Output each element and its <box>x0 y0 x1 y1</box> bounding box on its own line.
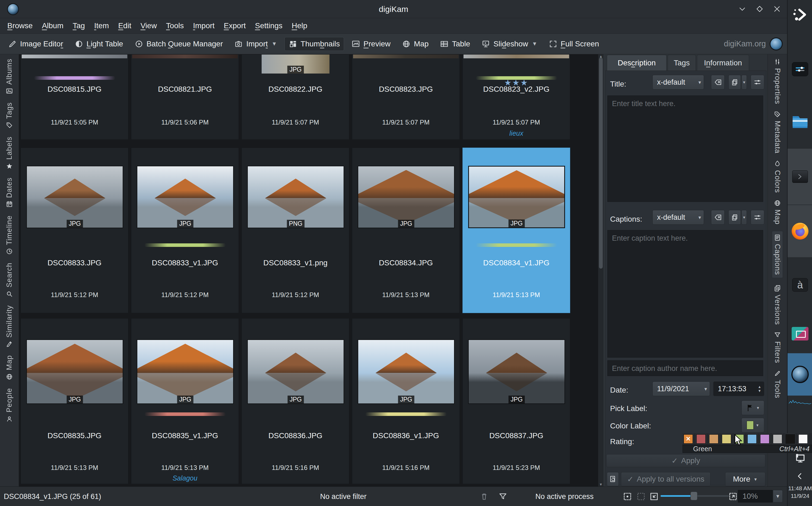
toolbar-preview[interactable]: Preview <box>348 37 394 51</box>
photo-thumbnail[interactable]: JPG <box>26 166 123 228</box>
apply-button[interactable]: ✓ Apply <box>606 454 765 467</box>
photo-thumbnail[interactable]: JPG <box>358 166 455 228</box>
thumbnail-cell[interactable]: JPGDSC08837.JPG11/9/21 5:23 PM <box>463 318 570 484</box>
caption-copy-button[interactable] <box>728 210 741 225</box>
fit-window-icon[interactable] <box>649 487 659 506</box>
menu-view[interactable]: View <box>136 21 161 30</box>
color-swatch-blue[interactable] <box>747 434 757 444</box>
more-button[interactable]: More ▼ <box>725 472 765 486</box>
title-language-select[interactable]: x-default ▾ <box>652 75 704 90</box>
photo-thumbnail[interactable]: PNG <box>247 166 344 228</box>
color-swatch-orange[interactable] <box>709 434 719 444</box>
photo-thumbnail[interactable]: JPG <box>358 339 455 404</box>
caption-settings-button[interactable] <box>751 210 764 225</box>
close-button[interactable] <box>772 4 782 14</box>
character-a-icon[interactable]: à <box>788 271 812 299</box>
panel-collapse-icon[interactable] <box>788 470 812 483</box>
color-swatch-black[interactable] <box>785 434 796 444</box>
menu-item[interactable]: Item <box>90 21 113 30</box>
panel-tab-versions[interactable]: Versions <box>773 284 782 325</box>
scroll-down-icon[interactable]: ▼ <box>598 482 603 487</box>
firefox-icon[interactable] <box>788 205 812 257</box>
title-copy-dropdown[interactable]: ▼ <box>741 75 747 90</box>
thumbnail-cell[interactable]: DSC08815.JPG11/9/21 5:05 PM <box>21 54 129 140</box>
thumbnail-cell[interactable]: JPGDSC08835.JPG11/9/21 5:13 PM <box>21 318 129 484</box>
menu-edit[interactable]: Edit <box>113 21 136 30</box>
title-settings-button[interactable] <box>751 75 764 90</box>
toolbar-light-table[interactable]: Light Table <box>71 37 127 51</box>
time-spinner[interactable]: 17:13:53 ▲ ▼ <box>713 382 764 396</box>
tag-link[interactable]: Salagou <box>131 474 239 482</box>
color-swatch-none[interactable]: ✕ <box>683 434 694 444</box>
thumbnail-cell[interactable]: ★★★DSC08823_v2.JPG11/9/21 5:07 PMlieux <box>463 54 570 140</box>
panel-tab-filters[interactable]: Filters <box>773 331 782 363</box>
color-swatch-gray[interactable] <box>773 434 783 444</box>
panel-tab-captions[interactable]: Captions <box>772 231 783 278</box>
zoom-slider-thumb[interactable] <box>691 492 698 500</box>
filter-funnel-icon[interactable] <box>498 487 507 506</box>
zoom-original-icon[interactable] <box>728 487 738 506</box>
app-launcher-icon[interactable] <box>788 4 812 25</box>
sidebar-item-people[interactable]: People <box>5 388 14 422</box>
thumbnail-cell[interactable]: JPGDSC08834.JPG11/9/21 5:13 PM <box>352 148 460 313</box>
chevron-down-icon[interactable]: ▼ <box>532 41 537 47</box>
title-copy-button[interactable] <box>728 75 741 90</box>
tab-tags[interactable]: Tags <box>668 55 696 71</box>
spin-down-icon[interactable]: ▼ <box>758 389 761 393</box>
tab-information[interactable]: Information <box>697 55 749 71</box>
select-all-icon[interactable] <box>636 487 646 506</box>
thumbnail-cell[interactable]: JPGDSC08836.JPG11/9/21 5:16 PM <box>242 318 349 484</box>
zoom-percent-value[interactable]: 10% <box>738 490 773 502</box>
toolbar-map[interactable]: Map <box>398 37 432 51</box>
photo-thumbnail[interactable]: JPG <box>247 339 344 404</box>
toolbar-batch-queue-manager[interactable]: Batch Queue Manager <box>131 37 227 51</box>
panel-tab-metadata[interactable]: Metadata <box>773 111 782 154</box>
sidebar-item-similarity[interactable]: Similarity <box>5 305 14 348</box>
caption-author-input[interactable]: Enter caption author name here. <box>607 360 763 376</box>
scrollbar-thumb[interactable] <box>599 58 603 269</box>
thumbnail-cell[interactable]: JPGDSC08833_v1.JPG11/9/21 5:12 PM <box>131 148 239 313</box>
photo-thumbnail[interactable]: JPG <box>137 166 234 228</box>
panel-tab-properties[interactable]: Properties <box>773 58 782 104</box>
title-clear-button[interactable] <box>711 75 725 90</box>
revert-button[interactable] <box>607 472 619 486</box>
panel-tab-colors[interactable]: Colors <box>773 160 782 193</box>
menu-browse[interactable]: Browse <box>3 21 37 30</box>
toolbar-slideshow[interactable]: Slideshow▼ <box>478 37 541 51</box>
zoom-slider[interactable] <box>661 495 729 497</box>
color-swatch-red[interactable] <box>696 434 706 444</box>
grid-scrollbar[interactable]: ▲ ▼ <box>598 54 603 487</box>
panel-tab-tools[interactable]: Tools <box>773 370 782 398</box>
menu-help[interactable]: Help <box>287 21 312 30</box>
chevron-down-icon[interactable]: ▼ <box>272 41 277 47</box>
pick-label-dropdown[interactable]: ▼ <box>741 401 764 415</box>
photo-thumbnail[interactable]: JPG <box>468 339 565 404</box>
file-manager-icon[interactable] <box>788 106 812 138</box>
caption-language-select[interactable]: x-default ▾ <box>652 210 704 225</box>
clock[interactable]: 11:48 AM 11/9/24 <box>788 485 812 500</box>
thumbnail-cell[interactable]: JPGDSC08833.JPG11/9/21 5:12 PM <box>21 148 129 313</box>
tag-link[interactable]: lieux <box>463 130 570 137</box>
thumbnail-cell[interactable]: DSC08823.JPG11/9/21 5:07 PM <box>352 54 460 140</box>
spin-up-icon[interactable]: ▲ <box>758 385 761 389</box>
color-label-dropdown[interactable]: ▼ <box>741 418 764 432</box>
color-swatch-yellow[interactable] <box>721 434 732 444</box>
sidebar-item-tags[interactable]: Tags <box>5 102 14 129</box>
toolbar-table[interactable]: Table <box>436 37 474 51</box>
title-textarea[interactable]: Enter title text here. <box>607 95 763 202</box>
thumbnail-cell[interactable]: JPGDSC08822.JPG11/9/21 5:07 PM <box>242 54 349 140</box>
sidebar-item-map[interactable]: Map <box>5 355 14 381</box>
menu-import[interactable]: Import <box>188 21 219 30</box>
caption-textarea[interactable]: Enter caption text here. <box>607 230 763 358</box>
toolbar-full-screen[interactable]: Full Screen <box>545 37 603 51</box>
thumbnail-cell[interactable]: JPGDSC08834_v1.JPG11/9/21 5:13 PM <box>463 148 570 313</box>
sidebar-item-search[interactable]: Search <box>5 263 14 298</box>
settings-sliders-icon[interactable] <box>788 57 812 81</box>
toolbar-import[interactable]: Import▼ <box>230 37 280 51</box>
color-swatch-white[interactable] <box>798 434 808 444</box>
photo-app-icon[interactable] <box>788 315 812 353</box>
sidebar-item-labels[interactable]: Labels <box>5 137 14 170</box>
thumbnail-cell[interactable]: JPGDSC08836_v1.JPG11/9/21 5:16 PM <box>352 318 460 484</box>
thumbnail-cell[interactable]: PNGDSC08833_v1.png11/9/21 5:12 PM <box>242 148 349 313</box>
sidebar-item-albums[interactable]: Albums <box>5 59 14 95</box>
